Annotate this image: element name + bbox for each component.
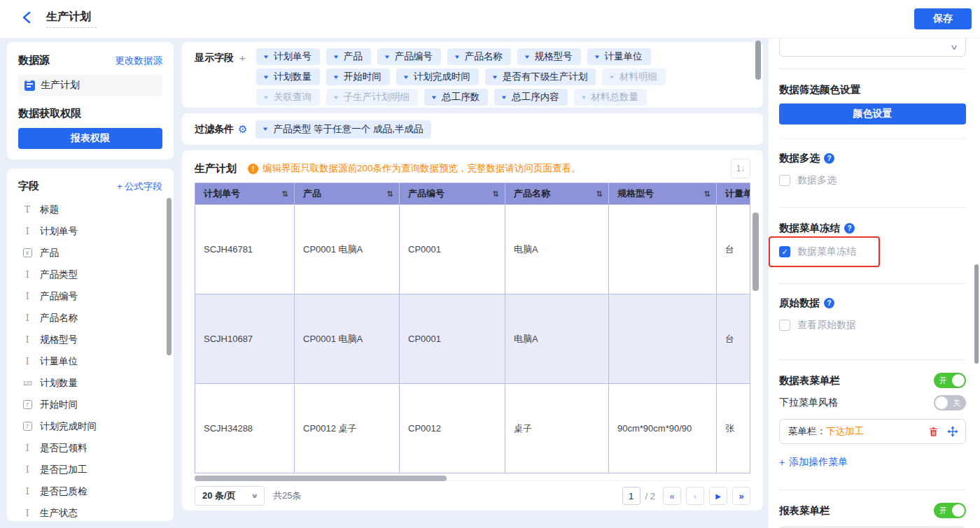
field-item-product[interactable]: ∨产品 — [18, 242, 167, 264]
filter-condition-chip[interactable]: ▼ 产品类型 等于任意一个 成品,半成品 — [255, 120, 431, 138]
table-vertical-scrollbar[interactable] — [752, 213, 759, 291]
menu-item-name[interactable]: 下达加工 — [826, 425, 864, 438]
column-header[interactable]: 计划单号⇅ — [195, 183, 295, 204]
fields-title: 字段 — [18, 180, 39, 193]
column-header[interactable]: 计量单位 — [717, 183, 750, 204]
display-chip-disabled[interactable]: ▼材料总数量 — [574, 89, 647, 106]
field-item-spec[interactable]: I规格型号 — [18, 329, 167, 350]
field-item-processed[interactable]: I是否已加工 — [18, 459, 167, 480]
field-item-product-no[interactable]: I产品编号 — [18, 285, 167, 307]
field-item-prod-status[interactable]: I生产状态 — [18, 502, 167, 521]
middle-panel-scrollbar[interactable] — [755, 41, 761, 80]
field-item-start-time[interactable]: 7开始时间 — [18, 394, 167, 415]
table-horizontal-scrollbar[interactable] — [195, 476, 447, 481]
display-chip[interactable]: ▼产品编号 — [377, 48, 441, 65]
display-chip[interactable]: ▼产品名称 — [447, 48, 511, 65]
page-title[interactable]: 生产计划 — [46, 10, 97, 24]
topbar: 生产计划 保存 — [0, 0, 980, 38]
field-item-product-type[interactable]: I产品类型 — [18, 264, 167, 285]
field-item-inspected[interactable]: I是否已质检 — [18, 480, 167, 502]
table-row[interactable]: SCJH10687 CP0001 电脑A CP0001 电脑A 台 — [195, 294, 750, 383]
display-chip-disabled[interactable]: ▼关联查询 — [256, 89, 320, 106]
caret-down-icon: ▼ — [402, 74, 410, 80]
caret-down-icon: ▼ — [262, 94, 270, 101]
column-header[interactable]: 产品编号⇅ — [400, 183, 505, 204]
datasource-item[interactable]: 生产计划 — [18, 75, 162, 96]
sort-arrows-icon: ⇅ — [493, 190, 499, 199]
checkbox-unchecked[interactable] — [779, 175, 790, 186]
multi-select-checkbox-row[interactable]: 数据多选 — [779, 174, 966, 187]
prev-page-button[interactable]: ‹ — [686, 487, 704, 505]
change-datasource-link[interactable]: 更改数据源 — [115, 55, 163, 67]
help-icon[interactable]: ? — [844, 223, 855, 234]
report-permission-button[interactable]: 报表权限 — [18, 128, 162, 149]
display-chip[interactable]: ▼是否有下级生产计划 — [485, 69, 596, 85]
display-chip[interactable]: ▼计划完成时间 — [396, 69, 479, 85]
display-chip-disabled[interactable]: ▼子生产计划明细 — [326, 89, 418, 106]
cell: CP0001 电脑A — [295, 205, 400, 294]
page-size-select[interactable]: 20 条/页 ∨ — [195, 486, 265, 506]
display-chip[interactable]: ▼总工序数 — [424, 89, 488, 106]
display-chip[interactable]: ▼计划数量 — [256, 69, 320, 85]
field-item-title[interactable]: T标题 — [18, 199, 167, 220]
field-item-product-name[interactable]: I产品名称 — [18, 307, 167, 329]
color-settings-button[interactable]: 颜色设置 — [779, 104, 966, 124]
fields-scrollbar[interactable] — [167, 198, 172, 355]
checkbox-unchecked[interactable] — [779, 320, 790, 331]
cell: 桌子 — [505, 384, 609, 473]
sort-order-button[interactable]: 1↓ — [731, 159, 750, 178]
display-chip[interactable]: ▼规格型号 — [517, 48, 581, 65]
field-item-plan-no[interactable]: I计划单号 — [18, 220, 167, 242]
cell: CP0001 — [400, 205, 505, 294]
menu-freeze-title: 数据菜单冻结 — [779, 222, 840, 235]
settings-dropdown[interactable]: ∨ — [779, 38, 966, 57]
raw-data-checkbox-row[interactable]: 查看原始数据 — [779, 319, 966, 331]
field-item-unit[interactable]: I计量单位 — [18, 350, 167, 372]
move-icon[interactable] — [947, 426, 958, 437]
preview-warning: ! 编辑界面只取数据源前200条作为查询数据预览，完整数据请访问页面查看。 — [248, 162, 581, 175]
help-icon[interactable]: ? — [824, 298, 834, 308]
filter-card: 过滤条件 ⚙ ▼ 产品类型 等于任意一个 成品,半成品 — [182, 113, 763, 145]
caret-down-icon: ▼ — [608, 74, 615, 80]
table-row[interactable]: SCJH34288 CP0012 桌子 CP0012 桌子 90cm*90cm*… — [195, 383, 750, 473]
display-chip[interactable]: ▼总工序内容 — [494, 89, 567, 106]
dropdown-style-toggle-off[interactable]: 关 — [934, 395, 966, 411]
display-chip-disabled[interactable]: ▼材料明细 — [602, 69, 666, 85]
window-scrollbar[interactable] — [974, 264, 979, 364]
current-page-input[interactable]: 1 — [622, 487, 640, 505]
table-menubar-toggle-on[interactable]: 开 — [934, 373, 966, 388]
display-chip[interactable]: ▼计量单位 — [587, 48, 651, 65]
add-display-field-icon[interactable]: + — [239, 52, 246, 64]
display-chip[interactable]: ▼产品 — [326, 48, 371, 65]
cell: CP0001 电脑A — [295, 294, 400, 383]
gear-icon[interactable]: ⚙ — [238, 123, 247, 136]
add-formula-field-link[interactable]: + 公式字段 — [117, 180, 162, 193]
column-header[interactable]: 产品名称⇅ — [505, 183, 609, 204]
help-icon[interactable]: ? — [824, 153, 834, 164]
first-page-button[interactable]: « — [663, 487, 681, 505]
checkbox-checked[interactable]: ✓ — [779, 246, 790, 257]
add-action-menu-link[interactable]: + 添加操作菜单 — [779, 456, 966, 469]
column-header[interactable]: 规格型号⇅ — [609, 183, 717, 204]
back-button[interactable] — [18, 10, 35, 27]
report-menubar-toggle-on[interactable]: 开 — [934, 503, 966, 518]
field-item-finish-time[interactable]: 7计划完成时间 — [18, 415, 167, 437]
next-page-button[interactable]: ▶ — [709, 487, 727, 505]
caret-down-icon: ▼ — [262, 54, 270, 60]
display-chip[interactable]: ▼开始时间 — [326, 69, 390, 85]
warning-icon: ! — [248, 164, 258, 174]
menu-freeze-checkbox-row[interactable]: ✓ 数据菜单冻结 — [779, 245, 966, 258]
datasource-card: 数据源 更改数据源 生产计划 数据获取权限 报表权限 — [7, 42, 174, 159]
column-header[interactable]: 产品⇅ — [295, 183, 400, 204]
menu-item-box[interactable]: 菜单栏： 下达加工 — [779, 419, 966, 444]
trash-icon[interactable] — [927, 426, 939, 437]
display-chip[interactable]: ▼计划单号 — [256, 48, 320, 65]
field-item-material-taken[interactable]: I是否已领料 — [18, 437, 167, 459]
data-table: 计划单号⇅ 产品⇅ 产品编号⇅ 产品名称⇅ 规格型号⇅ 计量单位 SCJH467… — [195, 183, 750, 473]
last-page-button[interactable]: » — [732, 487, 750, 505]
field-item-plan-qty[interactable]: 123计划数量 — [18, 372, 167, 394]
data-preview-card: 生产计划 ! 编辑界面只取数据源前200条作为查询数据预览，完整数据请访问页面查… — [182, 150, 763, 511]
chevron-left-icon — [22, 11, 31, 27]
table-row[interactable]: SCJH46781 CP0001 电脑A CP0001 电脑A 台 — [195, 204, 750, 294]
save-button[interactable]: 保存 — [914, 8, 972, 29]
